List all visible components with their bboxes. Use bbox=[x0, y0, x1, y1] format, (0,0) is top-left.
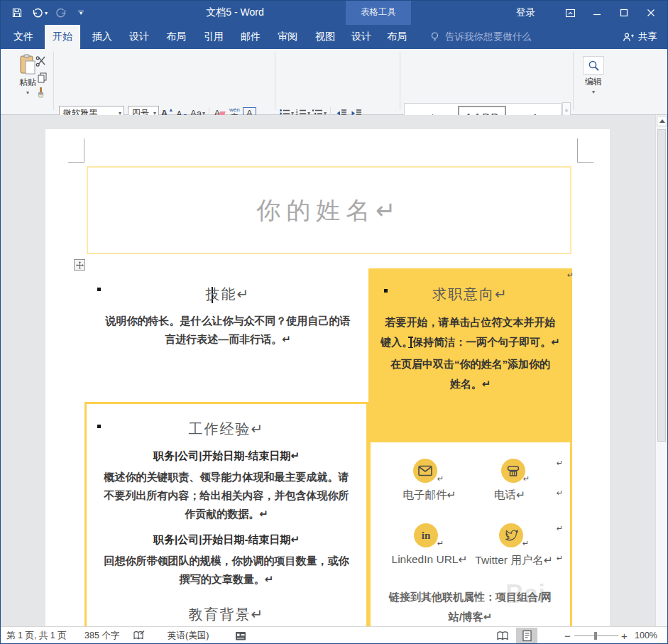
titlebar-controls: 登录 bbox=[516, 1, 667, 25]
document-area: 你的姓名↵ 技能↵ 说明你的特长。是什么让你与众不同？使用自己的语 言进行表述—… bbox=[1, 115, 667, 626]
tab-insert[interactable]: 插入 bbox=[86, 25, 119, 49]
tab-mailings[interactable]: 邮件 bbox=[234, 25, 267, 49]
ribbon-tab-row: 文件 开始 插入 设计 布局 引用 邮件 审阅 视图 设计 布局 告诉我你想要做… bbox=[1, 25, 667, 49]
pilcrow-mark: ↵ bbox=[567, 271, 574, 280]
margin-mark bbox=[84, 138, 84, 163]
work-desc-line[interactable]: 撰写的文章数量。↵ bbox=[88, 570, 365, 589]
window-title: 文档5 - Word bbox=[171, 1, 299, 25]
pilcrow-mark: ↵ bbox=[557, 489, 563, 498]
tell-me-box[interactable]: 告诉我你想要做什么 bbox=[429, 25, 532, 49]
scrollbar-thumb[interactable] bbox=[657, 129, 666, 442]
read-mode-icon[interactable] bbox=[492, 628, 513, 643]
objective-line[interactable]: 键入。保持简洁：一两个句子即可。↵ bbox=[373, 332, 568, 352]
sign-in-button[interactable]: 登录 bbox=[516, 6, 535, 19]
pilcrow-mark: ↵ bbox=[437, 474, 444, 484]
quick-access-toolbar: ▾ ▾ bbox=[11, 1, 87, 25]
skills-line[interactable]: 言进行表述—而非行话。↵ bbox=[97, 330, 359, 349]
tab-table-layout[interactable]: 布局 bbox=[383, 25, 411, 49]
pilcrow-mark: ↵ bbox=[557, 524, 563, 533]
share-person-icon bbox=[623, 32, 634, 43]
lightbulb-icon bbox=[429, 31, 440, 43]
search-icon bbox=[588, 60, 600, 72]
skills-heading[interactable]: 技能↵ bbox=[97, 285, 359, 304]
doc-name-text[interactable]: 你的姓名↵ bbox=[87, 195, 571, 227]
work-job-line[interactable]: 职务|公司|开始日期-结束日期↵ bbox=[88, 530, 365, 549]
ribbon: 粘贴 ▾ 剪贴板 微软雅黑▾ 四号▾ A▲ A▼ Aa▾ bbox=[1, 49, 667, 115]
tell-me-label: 告诉我你想要做什么 bbox=[445, 31, 532, 43]
tab-review[interactable]: 审阅 bbox=[271, 25, 304, 49]
status-bar: 第 1 页, 共 1 页 385 个字 英语(美国) − + 100% bbox=[1, 626, 667, 644]
tab-references[interactable]: 引用 bbox=[197, 25, 230, 49]
zoom-level[interactable]: 100% bbox=[635, 627, 657, 644]
tab-home[interactable]: 开始 bbox=[45, 25, 80, 49]
page-indicator[interactable]: 第 1 页, 共 1 页 bbox=[6, 627, 67, 644]
objective-line[interactable]: 在页眉中双击“你的姓名”添加你的 bbox=[373, 354, 568, 374]
zoom-out-icon[interactable]: − bbox=[564, 627, 571, 644]
objective-heading[interactable]: 求职意向↵ bbox=[368, 285, 572, 304]
document-page[interactable]: 你的姓名↵ 技能↵ 说明你的特长。是什么让你与众不同？使用自己的语 言进行表述—… bbox=[45, 129, 610, 626]
zoom-in-icon[interactable]: + bbox=[621, 627, 628, 644]
minimize-button[interactable] bbox=[586, 1, 608, 25]
margin-mark bbox=[577, 138, 578, 163]
copy-icon[interactable] bbox=[35, 70, 49, 84]
scroll-up-icon[interactable] bbox=[657, 116, 667, 126]
work-desc-line[interactable]: 不要列出所有内容；给出相关内容，并包含体现你所 bbox=[88, 486, 365, 505]
work-desc-line[interactable]: 概述你的关键职责、领导能力体现和最主要成就。请 bbox=[88, 468, 365, 486]
pilcrow-mark: ↵ bbox=[557, 554, 563, 563]
contact-label-phone[interactable]: 电话↵ bbox=[494, 488, 525, 503]
tab-design[interactable]: 设计 bbox=[123, 25, 155, 49]
education-heading[interactable]: 教育背景↵ bbox=[88, 605, 365, 624]
maximize-button[interactable] bbox=[613, 1, 635, 25]
print-layout-icon[interactable] bbox=[516, 628, 537, 643]
table-move-handle-icon[interactable] bbox=[74, 259, 85, 271]
twitter-icon[interactable] bbox=[499, 523, 523, 547]
linkedin-icon[interactable]: in bbox=[414, 523, 438, 547]
format-painter-icon[interactable] bbox=[33, 86, 48, 99]
zoom-slider-knob[interactable] bbox=[594, 632, 597, 640]
objective-line[interactable]: 若要开始，请单击占位符文本并开始 bbox=[373, 312, 568, 332]
close-button[interactable] bbox=[640, 1, 662, 25]
margin-mark bbox=[68, 162, 84, 163]
skills-line[interactable]: 说明你的特长。是什么让你与众不同？使用自己的语 bbox=[97, 312, 359, 330]
links-line[interactable]: 链接到其他联机属性：项目组合/网 bbox=[368, 587, 572, 607]
ibeam-cursor bbox=[408, 337, 413, 348]
work-desc-line[interactable]: 作贡献的数据。↵ bbox=[88, 505, 365, 523]
vertical-scrollbar[interactable] bbox=[655, 115, 667, 626]
language-indicator[interactable]: 英语(美国) bbox=[168, 627, 209, 644]
editing-label: 编辑 bbox=[585, 76, 602, 88]
contact-label-linkedin[interactable]: LinkedIn URL↵ bbox=[392, 553, 468, 566]
undo-icon[interactable] bbox=[31, 6, 43, 19]
workbox-border bbox=[84, 402, 87, 626]
styles-scroll-up-icon[interactable]: ▲ bbox=[562, 102, 571, 116]
editing-button[interactable]: 编辑 ▾ bbox=[577, 56, 610, 95]
work-job-line[interactable]: 职务|公司|开始日期-结束日期↵ bbox=[88, 447, 365, 465]
proofing-icon[interactable] bbox=[133, 627, 146, 644]
cut-icon[interactable] bbox=[33, 55, 48, 68]
email-icon[interactable] bbox=[413, 459, 437, 483]
ribbon-display-options-icon[interactable] bbox=[559, 1, 581, 25]
save-icon[interactable] bbox=[11, 6, 23, 19]
undo-dropdown-icon[interactable]: ▾ bbox=[45, 10, 48, 16]
work-desc-line[interactable]: 回想你所带领团队的规模，你协调的项目数量，或你 bbox=[88, 552, 365, 570]
work-heading[interactable]: 工作经验↵ bbox=[88, 420, 365, 439]
margin-mark bbox=[578, 162, 593, 163]
word-count[interactable]: 385 个字 bbox=[84, 627, 119, 644]
phone-icon[interactable] bbox=[501, 459, 525, 483]
input-method-icon[interactable] bbox=[235, 627, 246, 644]
redo-icon[interactable] bbox=[55, 6, 67, 19]
pilcrow-mark: ↵ bbox=[437, 539, 444, 548]
customize-qat-icon[interactable]: ▾ bbox=[75, 6, 87, 19]
tab-file[interactable]: 文件 bbox=[8, 25, 39, 49]
share-button[interactable]: 共享 bbox=[623, 25, 657, 49]
contact-label-email[interactable]: 电子邮件↵ bbox=[403, 488, 456, 503]
tab-view[interactable]: 视图 bbox=[309, 25, 341, 49]
pilcrow-mark: ↵ bbox=[522, 539, 529, 548]
objective-line[interactable]: 姓名。↵ bbox=[373, 374, 568, 394]
pilcrow-mark: ↵ bbox=[557, 459, 563, 468]
share-label: 共享 bbox=[638, 31, 657, 43]
tab-layout[interactable]: 布局 bbox=[160, 25, 192, 49]
title-bar: ▾ ▾ 文档5 - Word 表格工具 登录 bbox=[1, 1, 667, 25]
tab-table-design[interactable]: 设计 bbox=[347, 25, 376, 49]
contact-label-twitter[interactable]: Twitter 用户名↵ bbox=[475, 553, 552, 568]
links-line[interactable]: 站/博客↵ bbox=[368, 607, 572, 627]
